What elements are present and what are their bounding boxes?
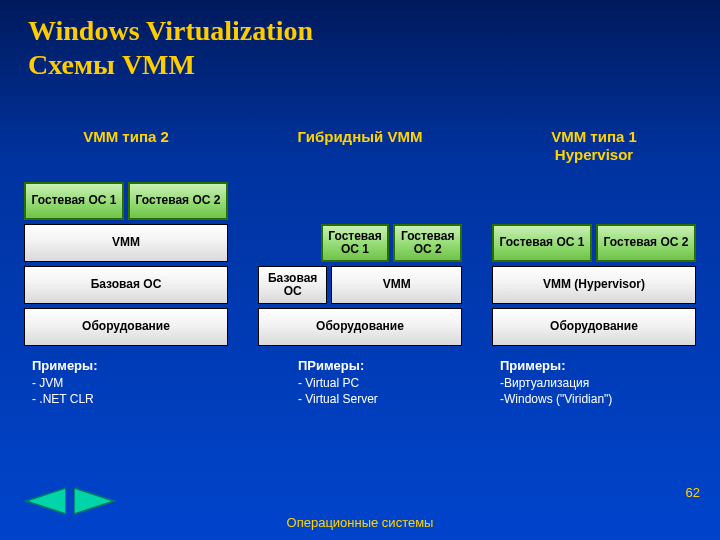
guest-row: Гостевая ОС 1 Гостевая ОС 2 xyxy=(258,224,462,262)
spacer xyxy=(258,182,462,220)
examples-heading: Примеры: xyxy=(500,358,696,373)
host-os-box: Базовая ОС xyxy=(24,266,228,304)
col-heading: VMM типа 1 Hypervisor xyxy=(492,128,696,164)
svg-marker-0 xyxy=(26,488,66,514)
guest-os-1: Гостевая ОС 1 xyxy=(492,224,592,262)
col-type1: VMM типа 1 Hypervisor Гостевая ОС 1 Гост… xyxy=(492,128,696,407)
examples-heading: Примеры: xyxy=(32,358,228,373)
examples-heading: ПРимеры: xyxy=(298,358,462,373)
example-item: -Windows ("Viridian") xyxy=(500,391,696,407)
example-item: -Виртуализация xyxy=(500,375,696,391)
guest-os-1: Гостевая ОС 1 xyxy=(321,224,390,262)
hardware-box: Оборудование xyxy=(492,308,696,346)
examples: Примеры: - JVM - .NET CLR xyxy=(24,358,228,407)
title-line1: Windows Virtualization xyxy=(28,15,313,46)
diagram-columns: VMM типа 2 Гостевая ОС 1 Гостевая ОС 2 V… xyxy=(24,128,696,407)
guest-row: Гостевая ОС 1 Гостевая ОС 2 xyxy=(24,182,228,220)
svg-marker-1 xyxy=(74,488,114,514)
title-line2: Схемы VMM xyxy=(28,48,720,82)
col-hybrid: Гибридный VMM Гостевая ОС 1 Гостевая ОС … xyxy=(258,128,462,407)
nav-buttons xyxy=(24,486,116,516)
next-arrow-icon[interactable] xyxy=(74,486,116,516)
prev-arrow-icon[interactable] xyxy=(24,486,66,516)
vmm-hypervisor-box: VMM (Hypervisor) xyxy=(492,266,696,304)
footer-text: Операционные системы xyxy=(0,515,720,530)
guest-os-2: Гостевая ОС 2 xyxy=(393,224,462,262)
host-vmm-row: Базовая ОС VMM xyxy=(258,266,462,304)
empty-slot xyxy=(258,224,317,262)
example-item: - JVM xyxy=(32,375,228,391)
hardware-box: Оборудование xyxy=(258,308,462,346)
hardware-box: Оборудование xyxy=(24,308,228,346)
vmm-box: VMM xyxy=(331,266,462,304)
vmm-box: VMM xyxy=(24,224,228,262)
spacer xyxy=(492,182,696,220)
example-item: - Virtual Server xyxy=(298,391,462,407)
example-item: - .NET CLR xyxy=(32,391,228,407)
guest-row: Гостевая ОС 1 Гостевая ОС 2 xyxy=(492,224,696,262)
guest-os-1: Гостевая ОС 1 xyxy=(24,182,124,220)
col-heading: Гибридный VMM xyxy=(258,128,462,164)
host-os-box: Базовая ОС xyxy=(258,266,327,304)
col-heading: VMM типа 2 xyxy=(24,128,228,164)
examples: Примеры: -Виртуализация -Windows ("Virid… xyxy=(492,358,696,407)
examples: ПРимеры: - Virtual PC - Virtual Server xyxy=(258,358,462,407)
guest-os-2: Гостевая ОС 2 xyxy=(128,182,228,220)
example-item: - Virtual PC xyxy=(298,375,462,391)
page-number: 62 xyxy=(686,485,700,500)
page-title: Windows Virtualization Схемы VMM xyxy=(0,0,720,81)
col-type2: VMM типа 2 Гостевая ОС 1 Гостевая ОС 2 V… xyxy=(24,128,228,407)
guest-os-2: Гостевая ОС 2 xyxy=(596,224,696,262)
